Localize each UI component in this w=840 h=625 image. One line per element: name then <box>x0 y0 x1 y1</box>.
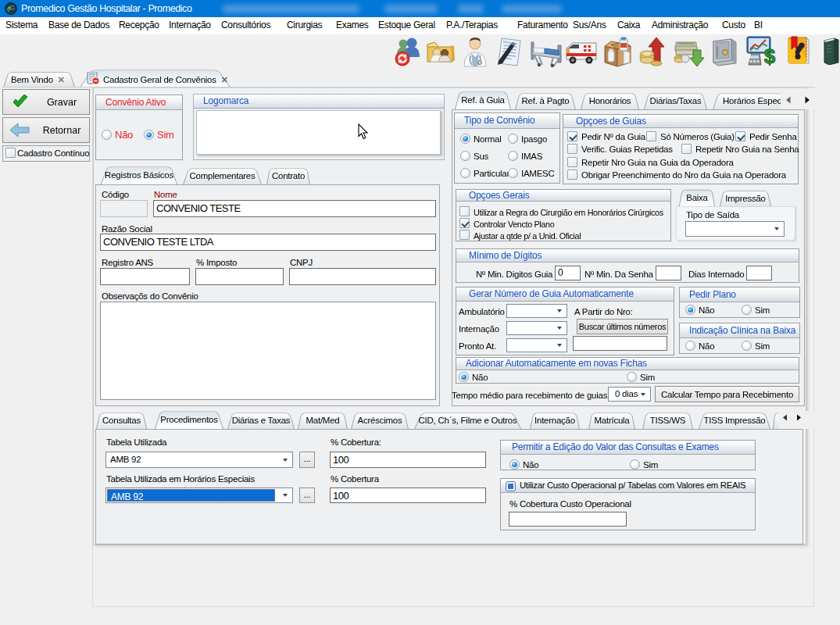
svg-text:$: $ <box>764 45 776 67</box>
